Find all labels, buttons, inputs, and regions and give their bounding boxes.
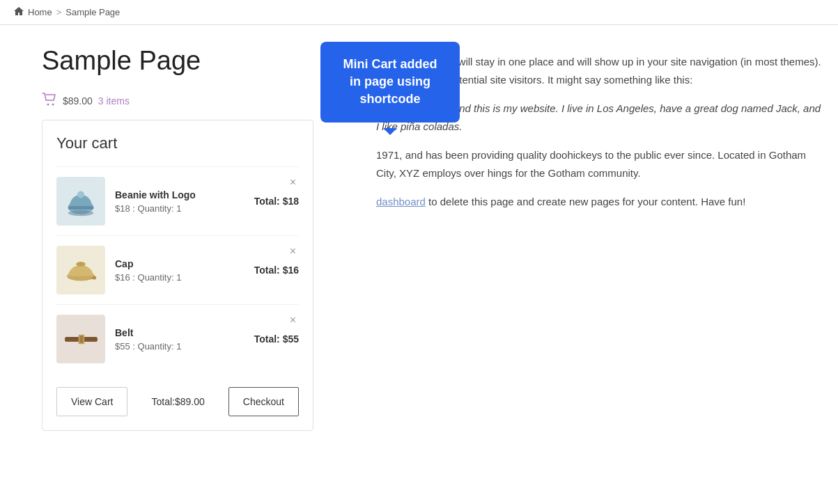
remove-beanie-button[interactable]: × — [287, 177, 299, 188]
remove-belt-button[interactable]: × — [287, 315, 299, 326]
tooltip-bubble: Mini Cart added in page using shortcode — [320, 42, 460, 123]
breadcrumb: Home > Sample Page — [0, 0, 838, 25]
checkout-button[interactable]: Checkout — [228, 387, 299, 416]
cart-item-meta-belt: $55 : Quantity: 1 — [115, 341, 245, 352]
cart-icon — [42, 93, 57, 109]
svg-rect-3 — [68, 206, 94, 210]
cart-item-info-belt: Belt $55 : Quantity: 1 — [115, 327, 245, 352]
cart-item: Belt $55 : Quantity: 1 Total: $55 × — [56, 304, 299, 373]
cart-item-meta-beanie: $18 : Quantity: 1 — [115, 203, 245, 214]
cart-item-info-beanie: Beanie with Logo $18 : Quantity: 1 — [115, 189, 245, 214]
cart-dropdown: Your cart Beanie with Logo — [42, 120, 313, 431]
cart-item-image-beanie — [56, 177, 105, 226]
home-icon — [14, 7, 24, 17]
svg-point-7 — [76, 262, 85, 267]
cart-item-total-beanie: Total: $18 — [254, 196, 299, 207]
tooltip-container: Mini Cart added in page using shortcode — [320, 42, 460, 123]
content-para-4: dashboard to delete this page and create… — [376, 193, 824, 211]
cart-item-image-cap — [56, 246, 105, 294]
cart-item-total-belt: Total: $55 — [254, 333, 299, 345]
svg-point-4 — [77, 191, 84, 198]
content-para-3: 1971, and has been providing quality doo… — [376, 146, 824, 182]
breadcrumb-separator: > — [56, 7, 62, 17]
page-title: Sample Page — [42, 46, 348, 76]
svg-point-0 — [47, 104, 49, 106]
cart-title: Your cart — [56, 134, 299, 152]
svg-point-5 — [68, 210, 94, 216]
cart-footer-total: Total:$89.00 — [151, 396, 204, 407]
cart-item-image-belt — [56, 315, 105, 363]
cart-item-total-cap: Total: $16 — [254, 265, 299, 276]
left-column: Sample Page $89.00 3 items Your cart — [42, 46, 348, 431]
cart-item-name-beanie: Beanie with Logo — [115, 189, 245, 200]
cart-item-name-cap: Cap — [115, 258, 245, 269]
svg-rect-11 — [79, 336, 83, 342]
cart-footer: View Cart Total:$89.00 Checkout — [56, 387, 299, 416]
cart-item-meta-cap: $16 : Quantity: 1 — [115, 272, 245, 283]
cart-item-name-belt: Belt — [115, 327, 245, 338]
cart-item: Cap $16 : Quantity: 1 Total: $16 × — [56, 235, 299, 304]
cart-item-info-cap: Cap $16 : Quantity: 1 — [115, 258, 245, 283]
dashboard-link[interactable]: dashboard — [376, 196, 426, 207]
svg-point-1 — [52, 104, 54, 106]
breadcrumb-home-link[interactable]: Home — [28, 7, 52, 17]
remove-cap-button[interactable]: × — [287, 246, 299, 257]
breadcrumb-current: Sample Page — [65, 7, 120, 17]
cart-total-amount: $89.00 — [63, 95, 93, 107]
cart-item: Beanie with Logo $18 : Quantity: 1 Total… — [56, 166, 299, 235]
mini-cart-trigger[interactable]: $89.00 3 items — [42, 93, 348, 109]
view-cart-button[interactable]: View Cart — [56, 387, 127, 416]
cart-items-count: 3 items — [98, 95, 130, 107]
